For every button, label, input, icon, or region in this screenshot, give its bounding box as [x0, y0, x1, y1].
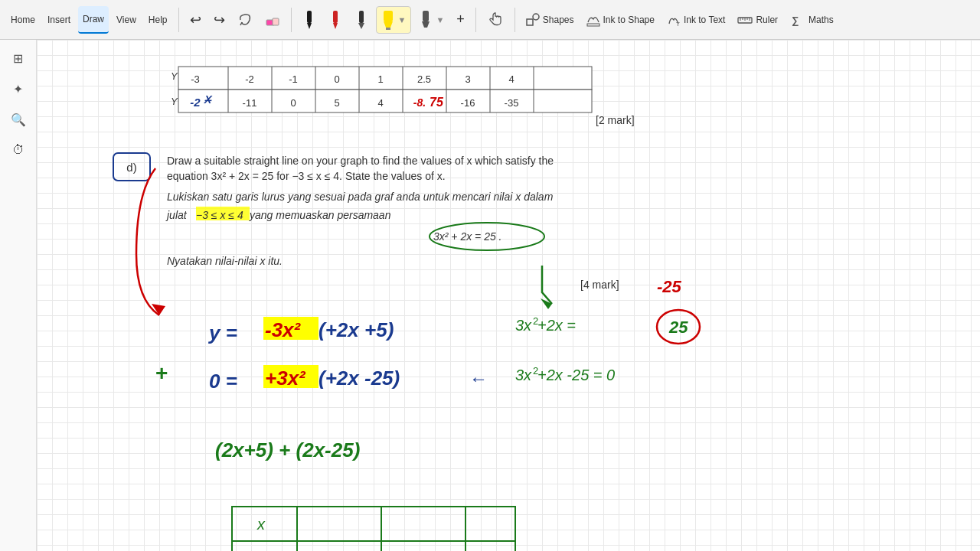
- highlighter-button[interactable]: ▼: [376, 6, 412, 34]
- ink-to-shape-label: Ink to Shape: [603, 15, 655, 25]
- undo-icon: ↩: [190, 11, 201, 28]
- add-button[interactable]: +: [452, 6, 469, 34]
- toolbar: Home Insert Draw View Help ↩ ↪: [0, 0, 980, 40]
- sidebar-search-icon[interactable]: 🔍: [6, 107, 31, 132]
- ink-to-text-label: Ink to Text: [684, 15, 725, 25]
- maths-label: Maths: [808, 15, 834, 25]
- pen2-button[interactable]: [324, 6, 347, 34]
- touch-icon: [487, 11, 504, 28]
- pen3-button[interactable]: [350, 6, 373, 34]
- ink-to-shape-icon: [586, 13, 600, 27]
- pen1-button[interactable]: [298, 6, 321, 34]
- ruler-icon: [737, 12, 753, 28]
- svg-point-15: [533, 14, 539, 20]
- svg-rect-2: [273, 18, 279, 25]
- svg-marker-6: [333, 23, 338, 29]
- tab-draw[interactable]: Draw: [78, 6, 109, 34]
- redo-icon: ↪: [214, 11, 225, 28]
- svg-rect-3: [307, 11, 312, 23]
- sidebar-star-icon[interactable]: ✦: [6, 77, 31, 101]
- shapes-label: Shapes: [543, 15, 574, 25]
- eraser-button[interactable]: [260, 6, 285, 34]
- svg-rect-14: [527, 19, 533, 25]
- ruler-label: Ruler: [756, 15, 778, 25]
- maths-button[interactable]: ∑ Maths: [786, 6, 838, 34]
- svg-marker-4: [307, 23, 312, 29]
- separator-1: [178, 8, 179, 32]
- pen3-icon: [354, 9, 368, 31]
- add-icon: +: [456, 11, 465, 28]
- lasso-button[interactable]: [233, 6, 257, 34]
- svg-rect-12: [423, 11, 429, 21]
- sidebar-grid-icon[interactable]: ⊞: [6, 46, 31, 70]
- main-content: Y -3 -2 -1 0 1 2.5 3 4 Y: [37, 40, 980, 551]
- svg-rect-11: [386, 28, 390, 30]
- svg-rect-7: [359, 11, 364, 23]
- lasso-icon: [237, 12, 253, 28]
- tab-insert[interactable]: Insert: [43, 6, 75, 34]
- ink-to-shape-button[interactable]: Ink to Shape: [582, 6, 659, 34]
- maths-icon: ∑: [790, 12, 805, 28]
- tab-help[interactable]: Help: [144, 6, 172, 34]
- pen2-icon: [328, 9, 342, 31]
- tab-view[interactable]: View: [112, 6, 141, 34]
- svg-marker-10: [384, 21, 393, 28]
- ink-to-text-button[interactable]: T Ink to Text: [662, 6, 730, 34]
- svg-marker-13: [422, 21, 430, 28]
- svg-line-0: [240, 22, 242, 25]
- undo-button[interactable]: ↩: [185, 6, 206, 34]
- touch-button[interactable]: [482, 6, 508, 34]
- separator-3: [475, 8, 476, 32]
- left-panel: ⊞ ✦ 🔍 ⏱: [0, 40, 37, 551]
- grid-background: [37, 40, 980, 551]
- canvas-area: ⊞ ✦ 🔍 ⏱ Y -3 -2 -1 0: [0, 40, 980, 551]
- svg-rect-5: [333, 11, 338, 23]
- ink-to-text-icon: T: [667, 13, 681, 27]
- ruler-button[interactable]: Ruler: [733, 6, 782, 34]
- pen4-icon: [419, 9, 433, 31]
- tab-home[interactable]: Home: [6, 6, 40, 34]
- svg-rect-9: [384, 11, 393, 21]
- svg-marker-8: [358, 23, 364, 29]
- sidebar-history-icon[interactable]: ⏱: [6, 138, 31, 162]
- svg-text:T: T: [676, 21, 680, 27]
- eraser-icon: [265, 12, 280, 28]
- shapes-icon: [526, 13, 540, 27]
- svg-rect-16: [587, 24, 599, 26]
- pen1-icon: [302, 9, 316, 31]
- pen4-button[interactable]: ▼: [414, 6, 449, 34]
- svg-text:∑: ∑: [792, 15, 799, 26]
- highlighter-dropdown[interactable]: ▼: [398, 15, 407, 24]
- separator-2: [291, 8, 292, 32]
- highlighter-icon: [381, 9, 395, 31]
- separator-4: [514, 8, 515, 32]
- redo-button[interactable]: ↪: [209, 6, 230, 34]
- shapes-button[interactable]: Shapes: [521, 6, 579, 34]
